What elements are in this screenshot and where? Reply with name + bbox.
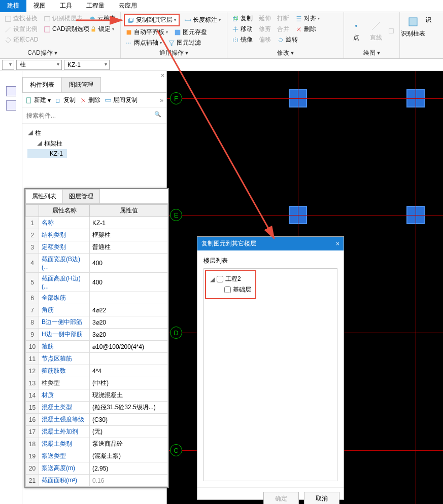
floor-checkbox[interactable] xyxy=(224,286,231,293)
element-filter-button[interactable]: 图元过滤 xyxy=(166,38,202,48)
table-row[interactable]: 17混凝土外加剂(无) xyxy=(26,426,168,438)
table-row[interactable]: 1名称KZ-1 xyxy=(26,217,168,229)
move-button[interactable]: 移动 xyxy=(230,24,254,34)
copy-to-other-layer-button[interactable]: 复制到其它层 ▾ xyxy=(124,14,180,26)
table-row[interactable]: 8B边一侧中部筋3⌀20 xyxy=(26,316,168,329)
table-row[interactable]: 6全部纵筋 xyxy=(26,292,168,304)
floor-item-foundation[interactable]: 基础层 xyxy=(210,284,251,295)
table-row[interactable]: 4截面宽度(B边)(...400 xyxy=(26,254,168,273)
mirror-button[interactable]: 镜像 xyxy=(230,35,254,45)
table-row[interactable]: 3定额类别普通柱 xyxy=(26,241,168,254)
table-row[interactable]: 21截面面积(m²)0.16 xyxy=(26,475,168,487)
copy-component-button[interactable]: 复制 xyxy=(55,96,76,104)
restore-cad-button[interactable]: 还原CAD xyxy=(3,35,40,45)
svg-rect-13 xyxy=(27,97,31,103)
axis-label: E xyxy=(170,209,182,221)
axis-label: F xyxy=(170,92,182,104)
cloud-check-button[interactable]: 云检查 xyxy=(88,14,117,23)
new-button[interactable]: 新建 ▾ xyxy=(25,96,51,104)
column-marker[interactable] xyxy=(406,89,425,107)
table-row[interactable]: 20泵送高度(m)(2.95) xyxy=(26,462,168,475)
identify-button-partial[interactable]: 识 xyxy=(424,14,432,57)
tab-drawing-mgmt[interactable]: 图纸管理 xyxy=(61,77,101,92)
floor-item-project[interactable]: ◢工程2 xyxy=(210,274,251,284)
square-icon xyxy=(386,27,396,35)
tab-layer-mgmt[interactable]: 图层管理 xyxy=(62,189,100,203)
menu-item-cloud[interactable]: 云应用 xyxy=(112,0,144,12)
menu-item-modeling[interactable]: 建模 xyxy=(0,0,26,12)
svg-rect-11 xyxy=(389,28,394,33)
search-input[interactable] xyxy=(24,110,164,121)
table-row[interactable]: 5截面高度(H边)(...400 xyxy=(26,273,168,292)
tab-property-list[interactable]: 属性列表 xyxy=(25,189,63,203)
auto-level-slab-button[interactable]: 自动平齐板 ▾ xyxy=(124,27,169,37)
tab-component-list[interactable]: 构件列表 xyxy=(22,77,62,92)
line-button[interactable]: 直线 xyxy=(367,18,386,44)
menu-item-quantities[interactable]: 工程量 xyxy=(79,0,112,12)
table-row[interactable]: 12箍筋肢数4*4 xyxy=(26,365,168,377)
table-row[interactable]: 9H边一侧中部筋3⌀20 xyxy=(26,329,168,341)
table-row[interactable]: 14材质现浇混凝土 xyxy=(26,389,168,402)
floor-list-highlight: ◢工程2 基础层 xyxy=(205,270,256,299)
offset-button[interactable]: 偏移 xyxy=(257,35,272,45)
column-marker[interactable] xyxy=(289,89,307,107)
table-row[interactable]: 2结构类别框架柱 xyxy=(26,229,168,241)
category-dropdown[interactable]: 柱 xyxy=(16,60,62,70)
tree-item-frame-column[interactable]: 框架柱 xyxy=(27,138,161,149)
svg-rect-12 xyxy=(409,18,417,26)
axis-label: D xyxy=(170,327,182,339)
trim-button[interactable]: 修剪 xyxy=(257,24,272,34)
table-row[interactable]: 16混凝土强度等级(C30) xyxy=(26,414,168,426)
svg-rect-2 xyxy=(45,26,50,32)
tree-item-column[interactable]: 柱 xyxy=(27,128,161,138)
extend-button[interactable]: 延伸 xyxy=(257,14,272,23)
rotate-button[interactable]: 旋转 xyxy=(276,35,299,45)
tree-item-kz1[interactable]: KZ-1 xyxy=(27,149,67,158)
floor-copy-button[interactable]: 层间复制 xyxy=(105,96,138,104)
element-save-button[interactable]: 图元存盘 xyxy=(173,27,209,37)
table-row[interactable]: 19泵送类型(混凝土泵) xyxy=(26,450,168,462)
table-row[interactable]: 13柱类型(中柱) xyxy=(26,377,168,389)
merge-button[interactable]: 合并 xyxy=(276,24,291,34)
point-button[interactable]: 点 xyxy=(347,18,366,44)
axis-label: C xyxy=(170,444,182,456)
delete-button[interactable]: 删除 xyxy=(294,24,318,34)
table-row[interactable]: 22截面周长(m)1.6 xyxy=(26,487,168,488)
identify-column-table-button[interactable]: 识别柱表 xyxy=(403,14,423,57)
align-button[interactable]: 对齐 ▾ xyxy=(294,14,321,23)
floor-checkbox[interactable] xyxy=(217,276,223,282)
column-marker[interactable] xyxy=(289,206,307,224)
identify-floor-table-button[interactable]: 识别楼层表 xyxy=(42,14,84,23)
table-row[interactable]: 10箍筋⌀10@100/200(4*4) xyxy=(26,341,168,353)
column-marker[interactable] xyxy=(406,206,425,224)
col-header-value: 属性值 xyxy=(90,205,168,217)
table-row[interactable]: 11节点区箍筋 xyxy=(26,353,168,365)
close-icon[interactable]: × xyxy=(161,72,164,79)
menu-item-view[interactable]: 视图 xyxy=(26,0,53,12)
rail-icon-1[interactable] xyxy=(6,86,16,96)
table-row[interactable]: 7角筋4⌀22 xyxy=(26,304,168,316)
lock-button[interactable]: 锁定 ▾ xyxy=(88,24,117,34)
menu-bar: 建模 视图 工具 工程量 云应用 xyxy=(0,0,443,12)
dialog-title: 复制图元到其它楼层 xyxy=(201,239,256,248)
find-replace-button[interactable]: 查找替换 xyxy=(3,14,39,23)
rail-icon-2[interactable] xyxy=(6,100,16,111)
length-annotation-button[interactable]: 长度标注 ▾ xyxy=(183,15,222,25)
floor-list-label: 楼层列表 xyxy=(203,257,337,265)
table-row[interactable]: 18混凝土类别泵送商品砼 xyxy=(26,438,168,450)
ribbon-group-label-general: 通用操作 ▾ xyxy=(124,48,224,57)
component-dropdown[interactable]: KZ-1 xyxy=(64,60,110,70)
copy-button[interactable]: 复制 xyxy=(230,14,254,23)
more-icon[interactable]: » xyxy=(160,97,163,104)
dialog-close-icon[interactable]: × xyxy=(336,240,339,247)
cancel-button[interactable]: 取消 xyxy=(304,492,339,504)
break-button[interactable]: 打断 xyxy=(276,14,291,23)
cad-identify-options-button[interactable]: CAD识别选项 xyxy=(42,24,91,34)
ok-button[interactable]: 确定 xyxy=(263,492,299,504)
menu-item-tools[interactable]: 工具 xyxy=(53,0,79,12)
two-point-aux-axis-button[interactable]: 两点辅轴 ▾ xyxy=(124,38,163,48)
delete-component-button[interactable]: 删除 xyxy=(80,96,100,104)
set-scale-button[interactable]: 设置比例 xyxy=(3,24,39,34)
dropdown-spacer[interactable] xyxy=(2,60,14,70)
table-row[interactable]: 15混凝土类型(粒径31.5砼32.5级坍...) xyxy=(26,402,168,414)
